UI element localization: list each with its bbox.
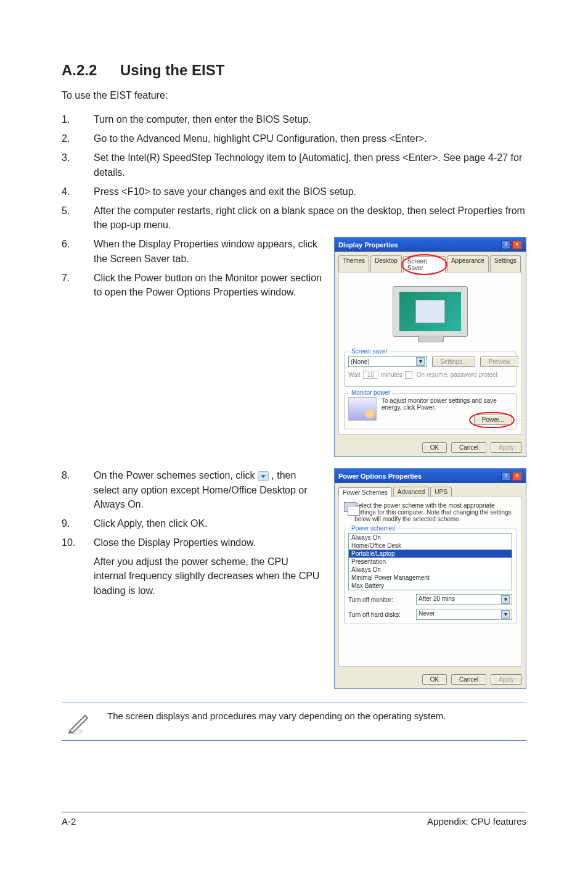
page-number: A-2 bbox=[62, 816, 76, 827]
ok-button[interactable]: OK bbox=[422, 442, 447, 453]
turn-off-disks-select[interactable]: Never ▾ bbox=[416, 609, 512, 620]
step-text: Go to the Advanced Menu, highlight CPU C… bbox=[94, 131, 526, 146]
steps-list-cont: 6.When the Display Properties window app… bbox=[62, 237, 323, 299]
ps-selected: Always On bbox=[349, 534, 512, 542]
window-title: Display Properties bbox=[338, 241, 398, 249]
step-num: 10. bbox=[62, 535, 94, 550]
intro-text: To use the EIST feature: bbox=[62, 90, 526, 101]
apply-button[interactable]: Apply bbox=[491, 674, 522, 685]
power-schemes-fieldset: Power schemes Always On Home/Office Desk… bbox=[344, 529, 517, 624]
resume-label: On resume, password protect bbox=[417, 371, 497, 378]
ok-button[interactable]: OK bbox=[422, 674, 447, 685]
power-scheme-icon bbox=[344, 502, 351, 517]
turn-off-disks-label: Turn off hard disks: bbox=[348, 611, 416, 618]
ps-option[interactable]: Max Battery bbox=[349, 582, 512, 590]
screensaver-selected: (None) bbox=[351, 358, 370, 365]
tab-appearance[interactable]: Appearance bbox=[447, 255, 489, 272]
after-text: After you adjust the power scheme, the C… bbox=[62, 555, 323, 598]
chevron-down-icon: ▾ bbox=[416, 357, 425, 366]
settings-button[interactable]: Settings... bbox=[432, 357, 475, 367]
step-text: After the computer restarts, right click… bbox=[94, 204, 526, 232]
step-num: 4. bbox=[62, 184, 94, 199]
step-text: When the Display Properties window appea… bbox=[94, 237, 323, 265]
step-text: Set the Intel(R) SpeedStep Technology it… bbox=[94, 151, 526, 179]
power-schemes-dropdown[interactable]: Always On Home/Office Desk Portable/Lapt… bbox=[348, 533, 512, 590]
monitor-preview bbox=[344, 278, 517, 345]
step-text: On the Power schemes section, click , th… bbox=[94, 468, 323, 511]
resume-checkbox[interactable] bbox=[405, 371, 412, 379]
ps-option[interactable]: Minimal Power Management bbox=[349, 574, 512, 582]
section-heading: A.2.2Using the EIST bbox=[62, 62, 526, 79]
step-text: Close the Display Properties window. bbox=[94, 535, 323, 550]
screensaver-fieldset: Screen saver (None) ▾ Settings... Previe… bbox=[344, 352, 517, 387]
power-schemes-legend: Power schemes bbox=[349, 525, 397, 532]
ps-option[interactable]: Always On bbox=[349, 566, 512, 574]
step-num: 6. bbox=[62, 237, 94, 265]
step-num: 7. bbox=[62, 271, 94, 299]
window-title: Power Options Properties bbox=[338, 472, 422, 480]
chevron-down-icon: ▾ bbox=[501, 610, 510, 619]
footer-title: Appendix: CPU features bbox=[427, 816, 526, 827]
note-text: The screen displays and procedures may v… bbox=[107, 709, 526, 734]
page-footer: A-2 Appendix: CPU features bbox=[62, 812, 526, 827]
tabs-row: Themes Desktop Screen Saver Appearance S… bbox=[335, 252, 526, 272]
monitor-power-text: To adjust monitor power settings and sav… bbox=[382, 397, 512, 411]
step-text: Click the Power button on the Monitor po… bbox=[94, 271, 323, 299]
step-num: 5. bbox=[62, 204, 94, 232]
preview-button[interactable]: Preview bbox=[480, 357, 518, 367]
section-title-text: Using the EIST bbox=[120, 62, 224, 78]
tab-themes[interactable]: Themes bbox=[338, 255, 369, 272]
dropdown-chip-icon bbox=[258, 471, 269, 481]
turn-off-monitor-select[interactable]: After 20 mins ▾ bbox=[416, 594, 512, 605]
cancel-button[interactable]: Cancel bbox=[451, 674, 486, 685]
apply-button[interactable]: Apply bbox=[491, 442, 522, 453]
close-icon[interactable]: × bbox=[512, 241, 522, 249]
window-buttons: ?× bbox=[500, 471, 522, 481]
tab-settings[interactable]: Settings bbox=[490, 255, 521, 272]
cancel-button[interactable]: Cancel bbox=[451, 442, 486, 453]
tab-screensaver[interactable]: Screen Saver bbox=[403, 256, 446, 273]
step-text: Turn on the computer, then enter the BIO… bbox=[94, 112, 526, 126]
power-desc-text: Select the power scheme with the most ap… bbox=[354, 502, 517, 522]
tabs-row: Power Schemes Advanced UPS bbox=[335, 483, 526, 497]
note-pencil-icon bbox=[67, 709, 91, 734]
monitor-power-legend: Monitor power bbox=[349, 389, 392, 396]
step-num: 1. bbox=[62, 112, 94, 126]
screensaver-select[interactable]: (None) ▾ bbox=[348, 356, 427, 367]
step-text: Press <F10> to save your changes and exi… bbox=[94, 184, 526, 199]
turn-off-monitor-label: Turn off monitor: bbox=[348, 596, 416, 603]
tab-power-schemes[interactable]: Power Schemes bbox=[338, 487, 392, 497]
wait-value[interactable]: 10 bbox=[363, 371, 378, 379]
chevron-down-icon: ▾ bbox=[501, 595, 510, 604]
close-icon[interactable]: × bbox=[512, 472, 522, 481]
step-text: Click Apply, then click OK. bbox=[94, 516, 323, 530]
tab-advanced[interactable]: Advanced bbox=[393, 487, 429, 497]
monitor-power-fieldset: Monitor power To adjust monitor power se… bbox=[344, 393, 517, 429]
step-num: 2. bbox=[62, 131, 94, 146]
step-num: 9. bbox=[62, 516, 94, 530]
step-num: 3. bbox=[62, 151, 94, 179]
screensaver-legend: Screen saver bbox=[349, 348, 390, 355]
power-options-window: Power Options Properties ?× Power Scheme… bbox=[334, 468, 526, 689]
ps-option[interactable]: Portable/Laptop bbox=[349, 550, 512, 558]
window-buttons: ?× bbox=[500, 240, 522, 249]
ps-option[interactable]: Presentation bbox=[349, 558, 512, 566]
window-titlebar: Display Properties ?× bbox=[335, 237, 526, 252]
display-properties-window: Display Properties ?× Themes Desktop Scr… bbox=[334, 237, 526, 457]
wait-unit: minutes bbox=[381, 371, 402, 378]
help-icon[interactable]: ? bbox=[501, 472, 511, 481]
wait-label: Wait bbox=[348, 371, 361, 378]
ps-option[interactable]: Home/Office Desk bbox=[349, 542, 512, 550]
step-num: 8. bbox=[62, 468, 94, 511]
steps-list: 1.Turn on the computer, then enter the B… bbox=[62, 112, 526, 232]
tab-ups[interactable]: UPS bbox=[430, 487, 452, 497]
window-titlebar: Power Options Properties ?× bbox=[335, 469, 526, 483]
power-button[interactable]: Power... bbox=[474, 415, 512, 425]
note-box: The screen displays and procedures may v… bbox=[62, 703, 526, 741]
help-icon[interactable]: ? bbox=[501, 241, 511, 249]
section-number: A.2.2 bbox=[62, 62, 120, 79]
tab-desktop[interactable]: Desktop bbox=[370, 255, 402, 272]
energy-star-icon bbox=[348, 397, 377, 421]
steps-list-2: 8. On the Power schemes section, click ,… bbox=[62, 468, 323, 550]
